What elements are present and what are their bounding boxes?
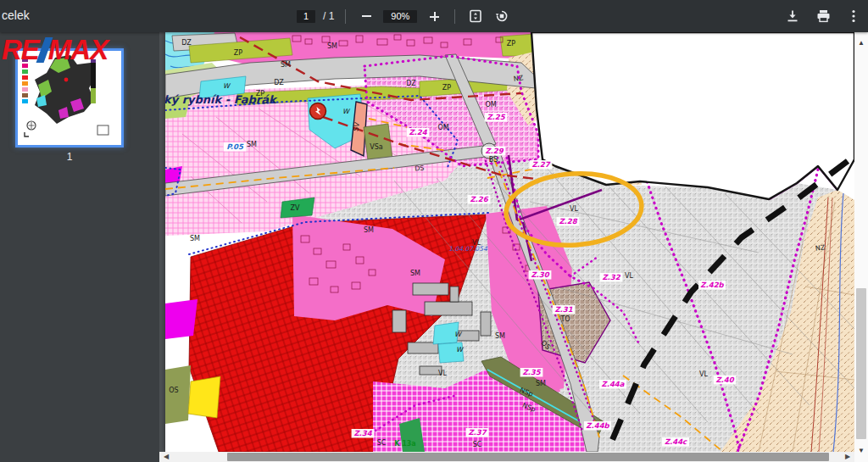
map-label-vsa: VSa	[370, 143, 383, 151]
svg-text:ZP: ZP	[442, 84, 451, 92]
map-label-k-13a: K 13a	[394, 440, 416, 448]
svg-text:SM: SM	[247, 141, 257, 148]
svg-text:VSa: VSa	[370, 143, 383, 151]
download-button[interactable]	[783, 7, 802, 25]
fit-page-button[interactable]	[466, 7, 485, 25]
svg-text:SM: SM	[410, 270, 420, 277]
map-label-z-40: Z.40	[714, 376, 737, 385]
minus-icon	[362, 15, 371, 17]
map-label-bs: BS	[489, 156, 498, 164]
map-label-sm: SM	[495, 332, 505, 340]
svg-text:SC: SC	[473, 441, 482, 448]
zoom-level-input[interactable]: 90%	[383, 10, 417, 23]
svg-text:TO: TO	[559, 315, 570, 323]
map-label-z-31: Z.31	[553, 305, 576, 314]
svg-text:Z.44a: Z.44a	[602, 380, 626, 388]
map-label-zp: ZP	[442, 84, 451, 92]
svg-text:Z.44c: Z.44c	[665, 437, 687, 446]
svg-text:Z.44b: Z.44b	[586, 421, 609, 430]
svg-text:SC: SC	[377, 439, 387, 447]
zoom-out-button[interactable]	[357, 7, 376, 25]
print-button[interactable]	[814, 7, 832, 25]
download-icon	[786, 9, 799, 23]
map-label-z-44b: Z.44b	[584, 421, 611, 431]
map-label-vl: VL	[570, 205, 578, 213]
svg-text:Z.29: Z.29	[485, 147, 504, 155]
pdf-page[interactable]: ký rybník - FabrákDZZPSMSMDZWZPDZZPZPNZO…	[165, 32, 854, 452]
svg-text:SM: SM	[281, 61, 291, 69]
map-label-z-37: Z.37	[466, 428, 489, 437]
svg-text:P.05: P.05	[226, 142, 244, 151]
svg-text:ZP: ZP	[507, 40, 515, 47]
svg-text:ZV: ZV	[291, 204, 300, 212]
scroll-down-arrow-icon[interactable]: ▼	[854, 445, 868, 457]
toolbar-center-controls: 1 / 1 90%	[297, 0, 511, 32]
toolbar: celek 1 / 1 90%	[0, 0, 868, 32]
svg-text:Z.25: Z.25	[487, 113, 505, 121]
svg-text:BS: BS	[489, 156, 498, 164]
map-label-z-27: Z.27	[530, 160, 553, 170]
svg-text:VL: VL	[570, 205, 578, 213]
vertical-scrollbar[interactable]: ▲ ▼	[854, 32, 868, 462]
toolbar-right-controls	[783, 0, 863, 32]
plus-icon	[430, 12, 439, 21]
map-label-z-34: Z.34	[352, 429, 375, 438]
remax-logo-re: RE	[2, 34, 39, 66]
map-label-sm: SM	[410, 270, 420, 277]
svg-text:OM: OM	[437, 124, 448, 131]
horizontal-scrollbar[interactable]: ◀ ▶	[159, 452, 854, 462]
svg-text:SM: SM	[327, 42, 337, 50]
scroll-right-arrow-icon[interactable]: ▶	[843, 452, 853, 462]
map-label-om: OM	[437, 124, 448, 131]
map-label-z-24: Z.24	[407, 128, 430, 137]
map-label-1-04-07-054: 1.04.07.054	[448, 245, 487, 253]
map-label-zp: ZP	[507, 40, 515, 47]
svg-text:VL: VL	[699, 370, 708, 378]
vertical-scrollbar-thumb[interactable]	[856, 288, 866, 439]
map-label-sm: SM	[536, 380, 546, 387]
remax-logo: REMAX	[2, 34, 108, 66]
toolbar-divider	[345, 9, 346, 24]
svg-text:DZ: DZ	[181, 39, 192, 47]
page-number-input[interactable]: 1	[297, 10, 315, 23]
map-label-p-05: P.05	[224, 142, 247, 152]
svg-text:ZP: ZP	[234, 49, 242, 57]
svg-text:SM: SM	[495, 332, 505, 340]
svg-text:Z.27: Z.27	[531, 160, 550, 169]
svg-text:Z.35: Z.35	[522, 368, 541, 376]
scroll-left-arrow-icon[interactable]: ◀	[161, 452, 171, 462]
map-label-z-32: Z.32	[600, 273, 623, 282]
map-label-sm: SM	[247, 141, 257, 148]
svg-text:Z.37: Z.37	[468, 428, 487, 437]
map-label-vl: VL	[699, 370, 708, 378]
map-label-z-42b: Z.42b	[698, 281, 726, 290]
rotate-button[interactable]	[492, 7, 511, 25]
svg-text:Z.42b: Z.42b	[700, 281, 724, 289]
svg-text:Z.31: Z.31	[554, 305, 572, 314]
print-icon	[816, 9, 831, 23]
thumbnail-sidebar: 1	[0, 32, 159, 462]
map-label-dz: DZ	[274, 79, 284, 86]
svg-text:K 13a: K 13a	[394, 440, 416, 448]
svg-text:OS: OS	[169, 387, 178, 394]
pdf-viewer-window: celek 1 / 1 90%	[0, 0, 868, 462]
thumbnail-page-number: 1	[0, 151, 139, 163]
horizontal-scrollbar-thumb[interactable]	[227, 453, 829, 461]
map-label-sm: SM	[190, 235, 200, 242]
svg-text:NZ: NZ	[815, 243, 826, 253]
zoning-map: ký rybník - FabrákDZZPSMSMDZWZPDZZPZPNZO…	[165, 32, 854, 452]
map-label-nz: NZ	[513, 74, 524, 83]
map-label-z-35: Z.35	[520, 368, 543, 377]
map-label-sc: SC	[377, 439, 387, 447]
scroll-up-arrow-icon[interactable]: ▲	[854, 37, 868, 49]
map-label-vl: VL	[625, 272, 633, 280]
map-label-ds: DS	[415, 164, 425, 173]
zoom-in-button[interactable]	[425, 7, 443, 25]
svg-text:DZ: DZ	[274, 79, 284, 86]
map-label-sm: SM	[281, 61, 291, 69]
more-options-button[interactable]	[844, 7, 863, 25]
svg-text:Z.34: Z.34	[353, 429, 372, 437]
document-title: celek	[2, 8, 30, 22]
map-label-z-26: Z.26	[468, 195, 491, 204]
map-label-vl: VL	[438, 370, 447, 377]
